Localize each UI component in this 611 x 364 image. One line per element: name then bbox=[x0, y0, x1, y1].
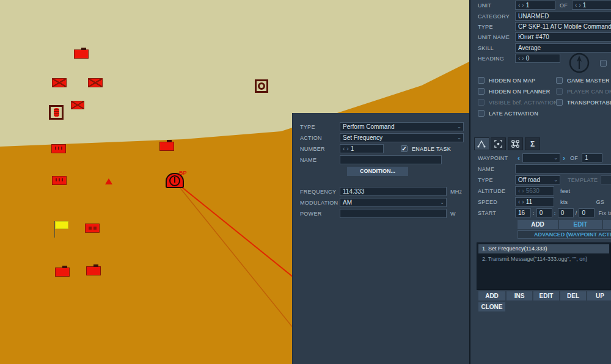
waypoint-name-label: NAME bbox=[478, 166, 515, 172]
waypoint-name-input[interactable] bbox=[515, 164, 611, 173]
modulation-label: MODULATION bbox=[300, 200, 340, 206]
tab-commands[interactable] bbox=[508, 137, 523, 150]
stepper-increment-icon[interactable]: › bbox=[579, 2, 580, 9]
action-list-item[interactable]: 2. Transmit Message("114-333.ogg", "", o… bbox=[478, 255, 609, 264]
stepper-increment-icon[interactable]: › bbox=[346, 146, 348, 152]
advanced-waypoint-actions-button[interactable]: ADVANCED (WAYPOINT ACTIO bbox=[518, 230, 611, 239]
waypoint-type-select[interactable]: Off road ⌄ bbox=[515, 175, 560, 184]
category-field[interactable]: UNARMED bbox=[515, 12, 611, 21]
waypoint-actions-list[interactable]: 1. Set Frequency(114.333) 2. Transmit Me… bbox=[477, 242, 611, 290]
task-name-input[interactable] bbox=[340, 155, 442, 164]
heading-compass-dial[interactable] bbox=[568, 52, 590, 74]
condition-button[interactable]: CONDITION... bbox=[347, 167, 408, 176]
unit-of-stepper[interactable]: ‹ › 1 bbox=[572, 1, 611, 10]
enable-task-checkbox[interactable]: ✓ bbox=[401, 145, 408, 152]
skill-field[interactable]: Average bbox=[515, 43, 611, 53]
action-edit-button[interactable]: EDIT bbox=[533, 291, 559, 300]
map-unit-comm-icon[interactable] bbox=[51, 144, 66, 153]
map-unit-vehicle-icon[interactable] bbox=[55, 268, 70, 277]
stepper-increment-icon[interactable]: › bbox=[522, 56, 524, 62]
unit-type-field[interactable]: CP SKP-11 ATC Mobile Command Pos bbox=[515, 22, 611, 31]
action-add-button[interactable]: ADD bbox=[478, 291, 505, 300]
late-activation-checkbox[interactable] bbox=[478, 110, 485, 117]
stepper-increment-icon[interactable]: › bbox=[522, 199, 524, 205]
map-unit-depot-icon[interactable] bbox=[85, 224, 100, 233]
stepper-increment-icon[interactable]: › bbox=[522, 2, 524, 9]
waypoint-cut-button[interactable] bbox=[603, 220, 611, 229]
start-day-field[interactable]: 0 bbox=[579, 208, 595, 217]
flag-cloth bbox=[55, 221, 68, 229]
transportable-checkbox[interactable] bbox=[556, 99, 563, 106]
task-number-stepper[interactable]: ‹ › 1 bbox=[340, 144, 384, 153]
action-delete-button[interactable]: DEL bbox=[560, 291, 586, 300]
chevron-down-icon: ⌄ bbox=[554, 177, 558, 183]
task-action-value: Set Frequency bbox=[343, 134, 382, 141]
waypoint-select[interactable]: ⌄ bbox=[522, 153, 560, 162]
task-action-select[interactable]: Set Frequency ⌄ bbox=[340, 133, 464, 142]
map-unit-comm-icon[interactable] bbox=[52, 176, 67, 185]
stepper-decrement-icon[interactable]: ‹ bbox=[518, 2, 520, 9]
unit-name-field[interactable]: Юнит #470 bbox=[515, 32, 611, 42]
unit-name-label: UNIT NAME bbox=[478, 34, 515, 40]
start-minutes-field[interactable]: 0 bbox=[536, 208, 552, 217]
game-master-checkbox[interactable] bbox=[556, 77, 563, 84]
stepper-decrement-icon[interactable]: ‹ bbox=[343, 146, 345, 152]
map-unit-infantry-icon[interactable] bbox=[88, 78, 103, 87]
hidden-on-planner-checkbox[interactable] bbox=[478, 88, 485, 95]
map-objective-target-icon[interactable] bbox=[255, 79, 268, 93]
unit-label: UNIT bbox=[478, 2, 515, 9]
chevron-down-icon: ⌄ bbox=[457, 135, 461, 141]
waypoint-add-button[interactable]: ADD bbox=[518, 220, 558, 229]
start-seconds-field[interactable]: 0 bbox=[558, 208, 574, 217]
heading-stepper[interactable]: ‹ › 0 bbox=[515, 54, 560, 63]
speed-value: 11 bbox=[526, 198, 532, 205]
ground-speed-label: GS bbox=[596, 199, 604, 205]
altitude-value: 5630 bbox=[526, 187, 540, 194]
route-line-secondary bbox=[180, 188, 293, 327]
stepper-decrement-icon[interactable]: ‹ bbox=[518, 56, 520, 62]
task-number-value: 1 bbox=[351, 145, 354, 152]
altitude-unit-label: feet bbox=[560, 188, 570, 194]
number-label: NUMBER bbox=[300, 146, 340, 152]
map-unit-infantry-icon[interactable] bbox=[52, 78, 67, 87]
map-unit-vehicle-icon[interactable] bbox=[159, 142, 174, 151]
check-icon: ✓ bbox=[401, 146, 407, 151]
hidden-on-planner-label: HIDDEN ON PLANNER bbox=[489, 89, 551, 95]
waypoint-next-icon[interactable]: › bbox=[563, 155, 565, 162]
map-unit-infantry-icon[interactable] bbox=[71, 101, 84, 109]
speed-stepper[interactable]: ‹ › 11 bbox=[515, 197, 554, 206]
action-insert-button[interactable]: INS bbox=[507, 291, 532, 300]
unit-of-label: OF bbox=[560, 2, 568, 9]
waypoint-of-field[interactable]: 1 bbox=[582, 153, 602, 162]
map-selected-unit-frame[interactable] bbox=[49, 105, 64, 120]
modulation-select[interactable]: AM ⌄ bbox=[340, 198, 447, 207]
start-hours-field[interactable]: 16 bbox=[515, 208, 531, 217]
fuel-barrel-icon bbox=[54, 108, 59, 117]
frequency-label: FREQUENCY bbox=[300, 189, 340, 195]
fix-time-label: Fix tim bbox=[598, 210, 611, 216]
speed-label: SPEED bbox=[478, 199, 515, 205]
action-clone-button[interactable]: CLONE bbox=[478, 302, 505, 311]
tab-waypoints[interactable] bbox=[474, 137, 489, 150]
task-type-select[interactable]: Perform Command ⌄ bbox=[340, 122, 464, 131]
invisible-checkbox[interactable] bbox=[600, 60, 607, 67]
late-activation-label: LATE ACTIVATION bbox=[489, 111, 538, 117]
frequency-input[interactable]: 114.333 bbox=[340, 187, 447, 196]
map-triangle-marker-icon[interactable] bbox=[105, 178, 112, 184]
tab-targeting[interactable] bbox=[491, 137, 506, 150]
hidden-on-map-checkbox[interactable] bbox=[478, 77, 485, 84]
power-input[interactable] bbox=[340, 209, 447, 218]
map-unit-vehicle-icon[interactable] bbox=[74, 49, 89, 59]
waypoint-edit-button[interactable]: EDIT bbox=[559, 220, 602, 229]
stepper-decrement-icon[interactable]: ‹ bbox=[575, 2, 577, 9]
action-up-button[interactable]: UP bbox=[587, 291, 611, 300]
action-list-item[interactable]: 1. Set Frequency(114.333) bbox=[478, 244, 609, 253]
map-unit-vehicle-icon[interactable] bbox=[86, 266, 101, 275]
unit-number-stepper[interactable]: ‹ › 1 bbox=[515, 1, 555, 10]
waypoint-prev-icon[interactable]: ‹ bbox=[518, 155, 520, 162]
chevron-down-icon: ⌄ bbox=[440, 200, 444, 206]
stepper-decrement-icon[interactable]: ‹ bbox=[518, 199, 520, 205]
player-can-drive-checkbox bbox=[556, 88, 563, 95]
hidden-on-map-label: HIDDEN ON MAP bbox=[489, 78, 535, 84]
tab-summary[interactable]: Σ bbox=[525, 137, 540, 150]
